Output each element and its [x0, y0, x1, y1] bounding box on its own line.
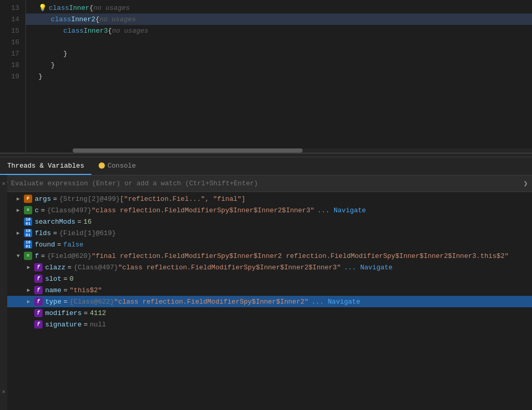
- variable-name: signature: [45, 321, 81, 329]
- variable-row[interactable]: fname = "this$2": [0, 284, 532, 296]
- var-type-icon: ≡: [24, 252, 32, 260]
- brace: {: [96, 16, 100, 23]
- close-strip-icon[interactable]: ✕: [2, 180, 6, 187]
- left-panel-strip: ✕ ✕: [0, 175, 7, 410]
- expand-button[interactable]: [25, 286, 32, 294]
- no-expand: [25, 275, 32, 282]
- keyword-class: class: [49, 4, 69, 12]
- code-line: }: [26, 71, 532, 82]
- line-number: 15: [0, 25, 25, 36]
- variable-row[interactable]: ≡f = {Field@620} "final reflection.Field…: [0, 250, 532, 262]
- var-ref: {Class@622}: [70, 298, 114, 306]
- variable-name: modifiers: [45, 309, 81, 317]
- variable-row[interactable]: fsignature = null: [0, 319, 532, 330]
- expand-button[interactable]: [15, 229, 22, 237]
- code-line: class Inner2 { no usages: [26, 13, 532, 25]
- var-value: "class reflection.FieldModifierSpy$Inner…: [118, 264, 341, 271]
- var-type-icon: 1001: [24, 240, 32, 249]
- var-value: 0: [70, 275, 74, 283]
- var-equals: =: [84, 321, 88, 329]
- bulb-icon[interactable]: 💡: [38, 4, 47, 12]
- var-equals: =: [63, 298, 67, 306]
- variable-name: found: [35, 241, 55, 249]
- expand-button[interactable]: [15, 195, 22, 202]
- code-line: [26, 36, 532, 48]
- var-equals: =: [63, 286, 67, 294]
- variable-row[interactable]: fmodifiers = 4112: [0, 307, 532, 319]
- brace: }: [38, 73, 43, 80]
- keyword-class: class: [63, 27, 84, 35]
- brace: }: [51, 61, 55, 69]
- horizontal-scrollbar[interactable]: [73, 148, 532, 153]
- expand-button[interactable]: [25, 298, 32, 305]
- var-type-icon: f: [34, 263, 43, 271]
- var-type-icon: ≡: [24, 206, 32, 214]
- var-ref: {String[2]@499}: [59, 195, 120, 203]
- variable-name: clazz: [45, 264, 65, 271]
- tabs-bar: Threads & VariablesConsole: [0, 157, 532, 175]
- line-number: 14: [0, 13, 25, 25]
- expand-button[interactable]: [15, 207, 22, 214]
- code-line: }: [26, 59, 532, 71]
- no-expand: [25, 321, 32, 328]
- tab-threads[interactable]: Threads & Variables: [0, 157, 91, 175]
- variable-row[interactable]: ftype = {Class@622} "class reflection.Fi…: [0, 296, 532, 307]
- variable-name: searchMods: [35, 218, 75, 226]
- var-value: "class reflection.FieldModifierSpy$Inner…: [91, 207, 314, 214]
- variable-row[interactable]: 1001found = false: [0, 239, 532, 250]
- line-number-gutter: 13141516171819: [0, 0, 26, 153]
- var-equals: =: [77, 218, 81, 226]
- variable-row[interactable]: 1001flds = {Field[1]@619}: [0, 227, 532, 239]
- navigate-link[interactable]: ... Navigate: [311, 298, 360, 306]
- close-strip-icon2[interactable]: ✕: [2, 388, 6, 395]
- var-type-icon: P: [24, 195, 32, 203]
- variable-row[interactable]: ≡c = {Class@497} "class reflection.Field…: [0, 204, 532, 216]
- var-equals: =: [41, 207, 45, 214]
- variable-row[interactable]: Pargs = {String[2]@499} ["reflection.Fie…: [0, 193, 532, 204]
- code-line: class Inner3 { no usages: [26, 25, 532, 36]
- no-expand: [15, 218, 22, 225]
- expand-icon: ❯: [524, 179, 528, 188]
- variable-name: flds: [35, 229, 51, 237]
- var-type-icon: 1001: [24, 229, 32, 237]
- expand-button[interactable]: [25, 264, 32, 271]
- navigate-link[interactable]: ... Navigate: [318, 207, 366, 214]
- var-value: "class reflection.FieldModifierSpy$Inner…: [114, 298, 308, 306]
- var-value: ["reflection.Fiel...", "final"]: [120, 195, 245, 203]
- line-number: 17: [0, 48, 25, 59]
- variable-name: c: [35, 207, 39, 214]
- hint-text: no usages: [100, 16, 136, 23]
- brace: {: [89, 4, 93, 12]
- variable-row[interactable]: fslot = 0: [0, 273, 532, 284]
- variable-row[interactable]: fclazz = {Class@497} "class reflection.F…: [0, 262, 532, 273]
- var-equals: =: [53, 195, 57, 203]
- no-expand: [15, 241, 22, 248]
- var-type-icon: 1001: [24, 217, 32, 226]
- var-equals: =: [57, 241, 61, 249]
- line-number: 13: [0, 2, 25, 13]
- var-value: 4112: [90, 309, 106, 317]
- line-number: 18: [0, 59, 25, 71]
- var-ref: {Class@497}: [74, 264, 118, 271]
- var-ref: {Field[1]@619}: [59, 229, 116, 237]
- var-equals: =: [41, 252, 45, 260]
- app-container: 13141516171819 💡class Inner { no usagesc…: [0, 0, 532, 410]
- expand-button[interactable]: [15, 252, 22, 259]
- tab-console[interactable]: Console: [91, 157, 143, 175]
- var-equals: =: [67, 264, 72, 271]
- brace: }: [63, 50, 67, 58]
- var-value: "this$2": [70, 286, 102, 294]
- var-type-icon: f: [34, 275, 43, 283]
- navigate-link[interactable]: ... Navigate: [344, 264, 393, 271]
- class-name2: Inner2: [71, 16, 96, 23]
- expression-input[interactable]: [11, 180, 520, 187]
- expression-bar: ▼ ❯: [0, 175, 532, 192]
- variables-list: Pargs = {String[2]@499} ["reflection.Fie…: [0, 192, 532, 410]
- var-type-icon: f: [34, 320, 43, 329]
- var-value: null: [90, 321, 106, 329]
- variable-row[interactable]: 1001searchMods = 16: [0, 216, 532, 227]
- line-number: 16: [0, 36, 25, 48]
- class-name: Inner: [69, 4, 89, 12]
- var-ref: {Field@620}: [47, 252, 92, 260]
- var-type-icon: f: [34, 286, 43, 294]
